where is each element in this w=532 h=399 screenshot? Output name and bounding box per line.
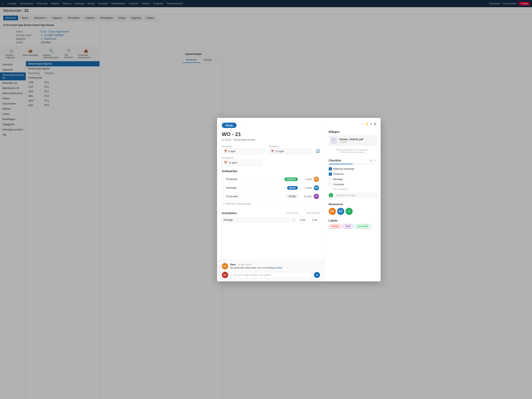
- comment-avatar: DV: [222, 263, 228, 269]
- star-button[interactable]: ☆: [361, 122, 363, 126]
- drag-icon-1: ⠿: [223, 187, 224, 189]
- status-pill[interactable]: Bezig: [222, 123, 237, 128]
- checklist-count-area: 2/4 →: [369, 159, 377, 162]
- sync-icon-container: 🔄: [316, 145, 320, 154]
- checklist-bar: [329, 164, 377, 164]
- send-button[interactable]: ➤: [314, 272, 320, 278]
- card-header-actions: ☆ ⚡ ▾ ✕: [329, 122, 377, 126]
- close-button[interactable]: ✕: [374, 122, 377, 126]
- checklist-item-0: ✓ Materiaal aanwezig: [329, 166, 377, 171]
- comment-input-row: KL Stel een vraag of plaats een update..…: [222, 272, 320, 278]
- bijlagen-title: Bijlagen: [329, 130, 377, 133]
- avatar-0: DK: [314, 177, 319, 182]
- badge-1: BEZIG: [287, 186, 298, 190]
- file-icon: [330, 137, 337, 144]
- labels-section: Labels SPOED PRIO AKKOORD: [329, 219, 377, 229]
- avatar-1: EV: [314, 185, 319, 190]
- lightning-button[interactable]: ⚡: [365, 122, 369, 126]
- checklist-label-2: Montage: [334, 178, 343, 181]
- einddatum-field: Einddatum 📅 12 april: [269, 145, 312, 154]
- checkbox-0[interactable]: ✓: [329, 167, 332, 170]
- card-title: WO - 21: [222, 131, 320, 137]
- calendar-icon-eind: 📅: [271, 150, 274, 153]
- comment-input[interactable]: Stel een vraag of plaats een update...: [230, 272, 312, 278]
- svg-rect-1: [333, 139, 334, 139]
- comment-mention[interactable]: Evelien: [274, 266, 282, 269]
- avatar-2: JK: [314, 194, 319, 199]
- comment-body: Dave 10 april 10:59 De werkorder staat k…: [230, 263, 320, 269]
- comment-time: 10 april 10:59: [238, 263, 251, 266]
- new-kaart-label: Maak een nieuw kaartje: [226, 202, 251, 205]
- item-toevoegen[interactable]: Item toevoegen: [329, 187, 377, 192]
- startdatum-value: 3 april: [228, 150, 235, 153]
- file-row[interactable]: Factuur_Order21.pdf 1.2 MB: [329, 135, 377, 146]
- act-name-select[interactable]: Montage ▾: [222, 218, 296, 222]
- act-col-resterend: RESTEREND: [306, 212, 320, 214]
- act-row-0[interactable]: Montage ▾ 6 uur 1 uur: [222, 216, 320, 224]
- file-info: Factuur_Order21.pdf 1.2 MB: [340, 138, 363, 143]
- expand-button[interactable]: ▾: [370, 122, 372, 126]
- einddatum-input[interactable]: 📅 12 april: [269, 148, 312, 154]
- checklist-label-3: Facturatie: [334, 183, 344, 186]
- einddatum-value: 12 april: [275, 150, 284, 153]
- badge-2: TO DO: [286, 194, 298, 198]
- comment-author: Dave: [230, 263, 236, 266]
- activiteiten-section: Activiteiten SCHATTING RESTEREND Montage…: [222, 212, 320, 224]
- checklist-label-0: Materiaal aanwezig: [334, 168, 354, 170]
- calendar-icon-verval: 📅: [224, 161, 227, 164]
- plus-icon[interactable]: +: [329, 193, 333, 197]
- subkaart-date-2: 10 april: [300, 195, 312, 198]
- act-resterend-0: 1 uur: [310, 218, 320, 221]
- checklist-dropdown[interactable]: Checklist toevoegen: [334, 193, 374, 197]
- label-prio[interactable]: PRIO: [343, 224, 353, 229]
- vervaldatum-input[interactable]: 📅 12 april: [222, 160, 262, 166]
- vervaldatum-value: 12 april: [228, 161, 237, 164]
- label-spoed[interactable]: SPOED: [329, 224, 342, 229]
- act-name-value: Montage: [224, 218, 233, 221]
- svg-rect-2: [333, 140, 334, 140]
- subkaart-name-0: Productie: [226, 178, 283, 181]
- checkbox-2[interactable]: [329, 178, 332, 181]
- subkaart-date-0: 4 april: [300, 178, 312, 181]
- sync-icon[interactable]: 🔄: [316, 149, 320, 153]
- add-resource-button[interactable]: +: [346, 208, 353, 215]
- drag-icon-0: ⠿: [223, 178, 224, 181]
- card-left: Bezig → WO - 21 2x CL01 - Closet type Do…: [217, 118, 325, 260]
- resources-section: Resources DK EV +: [329, 203, 377, 215]
- subkaart-montage[interactable]: ⠿ Montage BEZIG 8 april EV: [222, 184, 320, 192]
- labels-title: Labels: [329, 219, 377, 222]
- label-akkoord[interactable]: AKKOORD: [355, 224, 371, 229]
- badge-0: GEREED: [285, 177, 298, 181]
- act-cols: SCHATTING RESTEREND: [286, 212, 320, 214]
- svg-rect-3: [333, 141, 334, 141]
- checkbox-1[interactable]: ✓: [329, 173, 332, 176]
- vervaldatum-label: Vervaldatum: [222, 156, 320, 159]
- new-kaart-link[interactable]: ↩ Maak een nieuw kaartje: [222, 201, 320, 207]
- checklist-item-3: Facturatie: [329, 182, 377, 187]
- subkaart-productie[interactable]: ⠿ Productie GEREED 4 april DK: [222, 175, 320, 184]
- comment-text: De werkorder staat klaar voor verzending…: [230, 266, 320, 269]
- startdatum-label: Startdatum: [222, 145, 265, 148]
- startdatum-input[interactable]: 📅 3 april: [222, 148, 265, 154]
- checklist-header: Checklist 2/4 →: [329, 159, 377, 162]
- labels-row: SPOED PRIO AKKOORD: [329, 224, 377, 229]
- subkaart-facturatie[interactable]: ⠿ Facturatie TO DO 10 april JK: [222, 192, 320, 201]
- act-schatting-0: 6 uur: [298, 218, 308, 221]
- checkbox-3[interactable]: [329, 183, 332, 186]
- card-right: ☆ ⚡ ▾ ✕ Bijlagen Factuur_Order21.pdf 1.2…: [325, 118, 380, 281]
- verval-section: Vervaldatum 📅 12 april: [222, 156, 320, 166]
- upload-hint: Sleep bestanden om te uploadenof blader …: [329, 147, 377, 155]
- checklist-add: + Checklist toevoegen ▾: [329, 192, 377, 199]
- act-col-schatting: SCHATTING: [286, 212, 299, 214]
- checklist-arrow[interactable]: →: [374, 159, 377, 162]
- checklist-count: 2/4: [369, 159, 373, 162]
- resource-avatar-1[interactable]: EV: [337, 208, 344, 215]
- checklist-label-1: Productie: [334, 173, 344, 175]
- comment-row: DV Dave 10 april 10:59 De werkorder staa…: [222, 263, 320, 269]
- resources-title: Resources: [329, 203, 377, 206]
- resource-avatar-0[interactable]: DK: [329, 208, 336, 215]
- checklist-dropdown-icon[interactable]: ▾: [375, 194, 377, 197]
- date-section: Startdatum 📅 3 april Einddatum 📅 12 apri…: [222, 145, 320, 154]
- act-chevron: ▾: [293, 218, 294, 221]
- subkaart-name-1: Montage: [226, 186, 285, 189]
